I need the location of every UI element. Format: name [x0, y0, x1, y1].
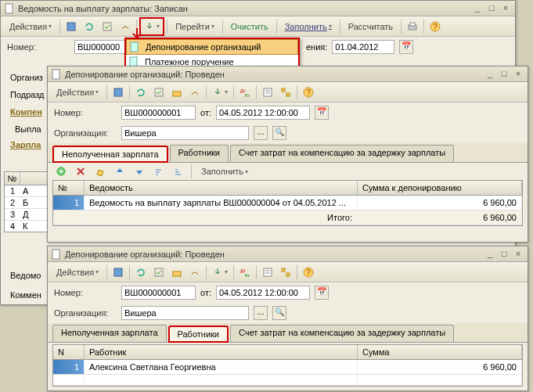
calendar-icon[interactable]: 📅 [315, 286, 329, 300]
num-input[interactable] [121, 286, 196, 300]
calc-button[interactable]: Рассчитать [343, 19, 398, 34]
toolbar-1: Действия▾ ▾ Перейти▾ Очистить Заполнить▾… [1, 16, 515, 37]
actions-menu[interactable]: Действия▾ [4, 19, 57, 34]
structure-icon[interactable] [277, 85, 294, 100]
tab-cost-account[interactable]: Счет затрат на компенсацию за задержку з… [230, 325, 454, 342]
from-input[interactable] [216, 286, 310, 300]
close-button[interactable]: × [512, 249, 524, 260]
comp-link[interactable]: Компен [7, 106, 45, 118]
side-row: 1 [5, 185, 20, 196]
save-icon[interactable] [63, 19, 80, 34]
save-icon[interactable] [110, 85, 127, 100]
post-icon[interactable] [150, 264, 167, 280]
import-icon[interactable]: ▾ [209, 85, 231, 100]
search-icon[interactable]: 🔍 [272, 306, 286, 320]
svg-rect-0 [5, 4, 13, 13]
actions-menu[interactable]: Действия▾ [51, 264, 104, 280]
calendar-icon[interactable]: 📅 [399, 40, 413, 54]
close-button[interactable]: × [499, 3, 512, 14]
maximize-button[interactable]: □ [498, 249, 510, 260]
maximize-button[interactable]: □ [485, 3, 498, 14]
save-icon[interactable] [110, 264, 127, 280]
kommen-label: Коммен [7, 289, 45, 301]
base-icon[interactable] [168, 85, 185, 100]
from-input[interactable] [216, 106, 310, 120]
col-sum: Сумма к депонированию [358, 181, 522, 195]
svg-rect-24 [173, 272, 181, 276]
ved-cell: Ведомость на выплату зарплаты ВШ00000000… [85, 196, 358, 210]
dtkt-icon[interactable]: ДтКт [236, 85, 254, 100]
maximize-button[interactable]: □ [498, 69, 510, 80]
minimize-button[interactable]: _ [471, 3, 484, 14]
base-icon[interactable] [168, 264, 185, 280]
move-up-icon[interactable] [111, 164, 128, 179]
goto-menu[interactable]: Перейти▾ [170, 19, 220, 34]
movements-icon[interactable] [186, 85, 203, 100]
table-row[interactable]: 1 Алексина Светлана Георгиевна 6 960,00 [53, 360, 522, 375]
sort-asc-icon[interactable] [150, 164, 167, 179]
select-icon[interactable]: … [254, 126, 268, 140]
date-prefix: ения: [306, 42, 327, 52]
org-input[interactable] [121, 306, 249, 320]
actions-menu[interactable]: Действия▾ [51, 85, 104, 100]
clear-button[interactable]: Очистить [225, 19, 274, 34]
add-row-icon[interactable] [52, 164, 70, 179]
grid-fill-menu[interactable]: Заполнить▾ [196, 164, 254, 179]
select-icon[interactable]: … [254, 306, 268, 320]
reread-icon[interactable] [132, 85, 149, 100]
svg-rect-10 [114, 88, 122, 96]
print-icon[interactable] [404, 19, 421, 34]
tab-unpaid[interactable]: Неполученная зарплата [52, 325, 167, 342]
edit-row-icon[interactable] [92, 164, 109, 179]
movements-icon[interactable] [186, 264, 203, 280]
num-input[interactable] [121, 106, 196, 120]
tab-workers[interactable]: Работники [168, 325, 229, 343]
close-button[interactable]: × [512, 69, 524, 80]
reread-icon[interactable] [132, 264, 149, 280]
post-icon[interactable] [150, 85, 167, 100]
help-icon[interactable]: ? [427, 19, 444, 34]
svg-rect-29 [286, 273, 290, 276]
tab-cost-account[interactable]: Счет затрат на компенсацию за задержку з… [230, 145, 454, 162]
move-down-icon[interactable] [131, 164, 148, 179]
date-input[interactable] [332, 40, 394, 54]
import-icon[interactable]: ▾ [209, 264, 231, 280]
zarpl-link[interactable]: Зарпла [7, 138, 44, 151]
reread-icon[interactable] [81, 19, 98, 34]
post-icon[interactable] [99, 19, 116, 34]
org-input[interactable] [121, 126, 249, 140]
help-icon[interactable]: ? [300, 264, 317, 280]
col-sum: Сумма [358, 345, 522, 359]
registry-icon[interactable] [259, 85, 276, 100]
table-row[interactable]: 1 Ведомость на выплату зарплаты ВШ000000… [53, 196, 522, 210]
help-icon[interactable]: ? [300, 85, 317, 100]
window-title-3: Депонирование организаций: Проведен [65, 250, 484, 259]
dtkt-icon[interactable]: ДтКт [236, 264, 254, 280]
svg-rect-28 [282, 268, 285, 272]
import-icon[interactable]: ▾ [141, 19, 163, 34]
col-emp: Работник [85, 345, 358, 359]
search-icon[interactable]: 🔍 [272, 126, 286, 140]
structure-icon[interactable] [277, 264, 294, 280]
tab-unpaid[interactable]: Неполученная зарплата [52, 146, 168, 163]
menu-item-deponirovanie[interactable]: Депонирование организаций [126, 39, 298, 55]
del-row-icon[interactable] [72, 164, 89, 179]
doc-icon [51, 249, 62, 260]
minimize-button[interactable]: _ [484, 249, 496, 260]
num-label: Номер: [54, 108, 117, 117]
minimize-button[interactable]: _ [484, 69, 496, 80]
col-n: N [53, 345, 85, 359]
registry-icon[interactable] [259, 264, 276, 280]
num-label: Номер: [54, 288, 117, 297]
org-label: Организация: [54, 128, 117, 138]
side-col-n: № [5, 172, 20, 185]
tab-workers[interactable]: Работники [170, 145, 229, 162]
svg-rect-23 [155, 268, 163, 276]
num-input[interactable] [74, 40, 129, 54]
calendar-icon[interactable]: 📅 [315, 106, 329, 120]
svg-text:Кт: Кт [245, 93, 250, 98]
fill-menu[interactable]: Заполнить▾ [279, 19, 337, 34]
svg-rect-27 [264, 268, 272, 276]
arrow-icon [131, 28, 143, 42]
sort-desc-icon[interactable] [170, 164, 187, 179]
